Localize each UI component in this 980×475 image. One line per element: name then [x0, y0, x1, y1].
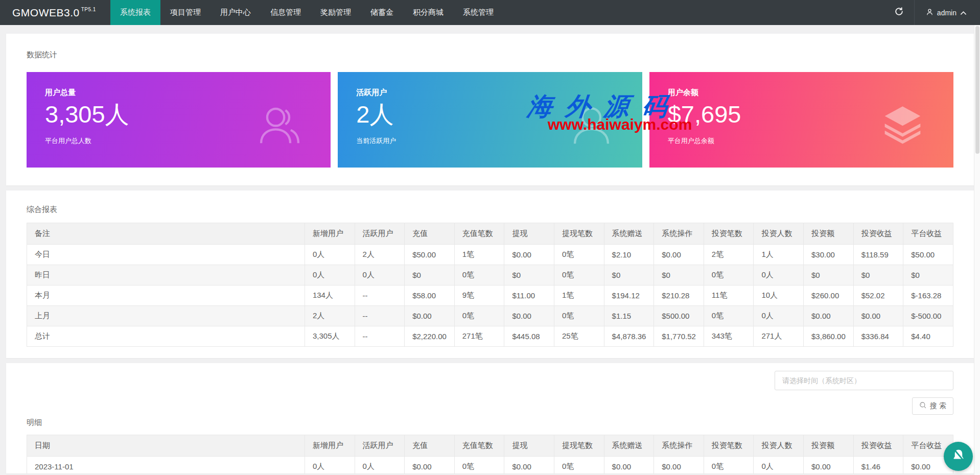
table-cell: 今日 — [27, 245, 305, 265]
table-cell: $260.00 — [804, 286, 854, 306]
stat-card-title: 用户余额 — [668, 87, 953, 98]
detail-table: 日期新增用户活跃用户充值充值笔数提现提现笔数系统赠送系统操作投资笔数投资人数投资… — [27, 435, 953, 473]
table-cell: 总计 — [27, 326, 305, 347]
column-header: 日期 — [27, 435, 305, 457]
table-row: 今日0人2人$50.001笔$0.000笔$2.10$0.002笔1人$30.0… — [27, 245, 953, 265]
table-cell: $500.00 — [654, 306, 704, 326]
table-cell: $0.00 — [654, 245, 704, 265]
table-cell: $118.59 — [853, 245, 903, 265]
detail-panel: 搜 索 明细 日期新增用户活跃用户充值充值笔数提现提现笔数系统赠送系统操作投资笔… — [6, 363, 974, 473]
username: admin — [937, 9, 956, 17]
bell-slash-icon — [951, 448, 966, 465]
table-cell: $0 — [853, 265, 903, 286]
table-cell: 上月 — [27, 306, 305, 326]
table-cell: 0笔 — [554, 245, 604, 265]
nav-item-reward-management[interactable]: 奖励管理 — [311, 0, 361, 25]
user-menu[interactable]: admin — [914, 0, 980, 25]
scrollbar-thumb[interactable] — [975, 26, 979, 154]
table-cell: $194.12 — [604, 286, 654, 306]
table-cell: $336.84 — [853, 326, 903, 347]
column-header: 投资收益 — [853, 223, 903, 245]
column-header: 新增用户 — [305, 223, 355, 245]
table-cell: $0 — [405, 265, 455, 286]
table-cell: $0.00 — [853, 306, 903, 326]
table-cell: $0.00 — [654, 457, 704, 474]
table-cell: $4.40 — [903, 326, 953, 347]
column-header: 充值笔数 — [454, 435, 504, 457]
table-cell: $210.28 — [654, 286, 704, 306]
refresh-icon — [894, 7, 904, 18]
stat-card-title: 用户总量 — [45, 87, 331, 98]
table-cell: 3,305人 — [305, 326, 355, 347]
table-cell: 0人 — [305, 457, 355, 474]
table-cell: $0.00 — [405, 457, 455, 474]
table-cell: 343笔 — [704, 326, 754, 347]
table-cell: $30.00 — [804, 245, 854, 265]
table-cell: $2,220.00 — [405, 326, 455, 347]
table-cell: -- — [355, 306, 405, 326]
detail-section-title: 明细 — [27, 417, 953, 428]
table-cell: 0人 — [355, 265, 405, 286]
search-button-label: 搜 索 — [930, 401, 946, 411]
user-icon — [926, 8, 934, 17]
stats-section-title: 数据统计 — [27, 49, 953, 60]
table-cell: 0笔 — [454, 457, 504, 474]
table-cell: 1笔 — [454, 245, 504, 265]
column-header: 投资额 — [804, 435, 854, 457]
summary-section-title: 综合报表 — [27, 204, 953, 215]
refresh-button[interactable] — [884, 0, 914, 25]
table-cell: 0人 — [754, 265, 804, 286]
table-cell: $0.00 — [405, 306, 455, 326]
table-cell: $0.00 — [804, 457, 854, 474]
table-cell: $50.00 — [405, 245, 455, 265]
table-cell: 271人 — [754, 326, 804, 347]
logo: GMOWEB3.0TP5.1 — [0, 0, 110, 25]
column-header: 投资人数 — [754, 223, 804, 245]
floating-action-button[interactable] — [944, 442, 973, 471]
column-header: 投资笔数 — [704, 435, 754, 457]
column-header: 备注 — [27, 223, 305, 245]
table-cell: 1笔 — [554, 286, 604, 306]
table-cell: 0人 — [355, 457, 405, 474]
table-cell: $0.00 — [504, 457, 554, 474]
column-header: 充值 — [405, 435, 455, 457]
table-cell: $52.02 — [853, 286, 903, 306]
users-icon — [255, 101, 304, 150]
table-cell: 本月 — [27, 286, 305, 306]
nav-right: admin — [884, 0, 980, 25]
column-header: 平台收益 — [903, 223, 953, 245]
time-range-input[interactable] — [775, 371, 953, 390]
table-cell: 0笔 — [704, 457, 754, 474]
nav-item-system-report[interactable]: 系统报表 — [110, 0, 160, 25]
nav-item-system-management[interactable]: 系统管理 — [453, 0, 503, 25]
table-cell: 0人 — [754, 306, 804, 326]
nav-item-info-management[interactable]: 信息管理 — [261, 0, 311, 25]
nav-item-project-management[interactable]: 项目管理 — [160, 0, 211, 25]
table-cell: 0笔 — [554, 265, 604, 286]
stat-card-active-users: 活跃用户2人当前活跃用户 — [338, 72, 642, 168]
table-row: 本月134人--$58.009笔$11.001笔$194.12$210.2811… — [27, 286, 953, 306]
search-icon — [919, 401, 927, 411]
table-cell: 10人 — [754, 286, 804, 306]
table-cell: $4,878.36 — [604, 326, 654, 347]
column-header: 系统赠送 — [604, 223, 654, 245]
nav-item-points-mall[interactable]: 积分商城 — [403, 0, 453, 25]
table-cell: 0笔 — [454, 265, 504, 286]
column-header: 充值笔数 — [454, 223, 504, 245]
logo-version: TP5.1 — [81, 7, 96, 12]
table-cell: 134人 — [305, 286, 355, 306]
table-cell: 2笔 — [704, 245, 754, 265]
column-header: 系统赠送 — [604, 435, 654, 457]
column-header: 新增用户 — [305, 435, 355, 457]
table-cell: 1人 — [754, 245, 804, 265]
search-row — [27, 371, 953, 390]
search-button[interactable]: 搜 索 — [912, 397, 953, 415]
table-cell: 0笔 — [554, 306, 604, 326]
table-cell: $0 — [804, 265, 854, 286]
table-row: 2023-11-010人0人$0.000笔$0.000笔$0.00$0.000笔… — [27, 457, 953, 474]
nav-item-user-center[interactable]: 用户中心 — [211, 0, 261, 25]
nav-item-savings[interactable]: 储蓄金 — [361, 0, 403, 25]
table-cell: $1.15 — [604, 306, 654, 326]
chevron-up-icon — [960, 9, 967, 17]
table-cell: $58.00 — [405, 286, 455, 306]
